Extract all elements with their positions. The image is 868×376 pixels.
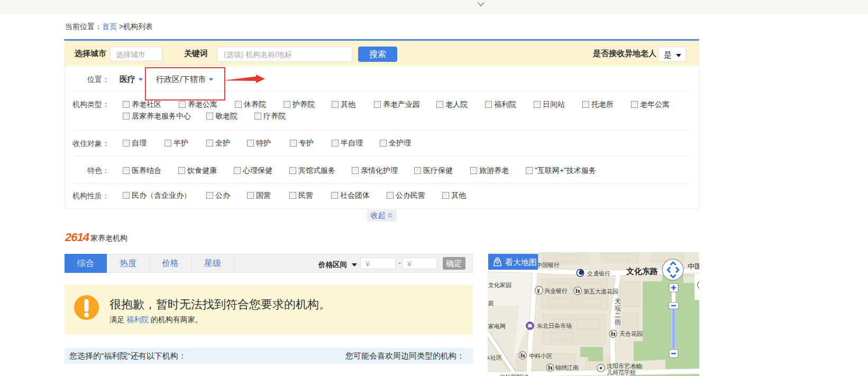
svg-text:文化东路: 文化东路: [626, 267, 658, 276]
svg-text:东北日杂市场: 东北日杂市场: [537, 323, 572, 329]
svg-text:中科小区: 中科小区: [529, 353, 552, 359]
svg-text:沈阳市艺术幼: 沈阳市艺术幼: [607, 363, 642, 369]
svg-text:第五大道花园: 第五大道花园: [583, 288, 618, 295]
svg-text:东社区: 东社区: [488, 354, 502, 361]
svg-text:儿师范学校: 儿师范学校: [607, 369, 636, 375]
svg-text:交通银行: 交通银行: [587, 270, 610, 277]
svg-text:文化家园: 文化家园: [488, 282, 511, 288]
svg-text:看大地图: 看大地图: [505, 258, 537, 267]
svg-text:家电网: 家电网: [488, 323, 506, 329]
svg-text:¥: ¥: [537, 288, 540, 294]
svg-text:兴业银行: 兴业银行: [544, 288, 568, 294]
svg-text:天合花园: 天合花园: [619, 331, 643, 337]
svg-text:中国: 中国: [688, 262, 699, 270]
svg-text:庭: 庭: [488, 300, 494, 306]
svg-text:锦绣江南: 锦绣江南: [555, 364, 579, 371]
svg-text:天坛二街: 天坛二街: [614, 298, 621, 326]
svg-text:华怡陀陀城: 华怡陀陀城: [499, 374, 528, 376]
svg-text:中国银行: 中国银行: [536, 262, 560, 268]
